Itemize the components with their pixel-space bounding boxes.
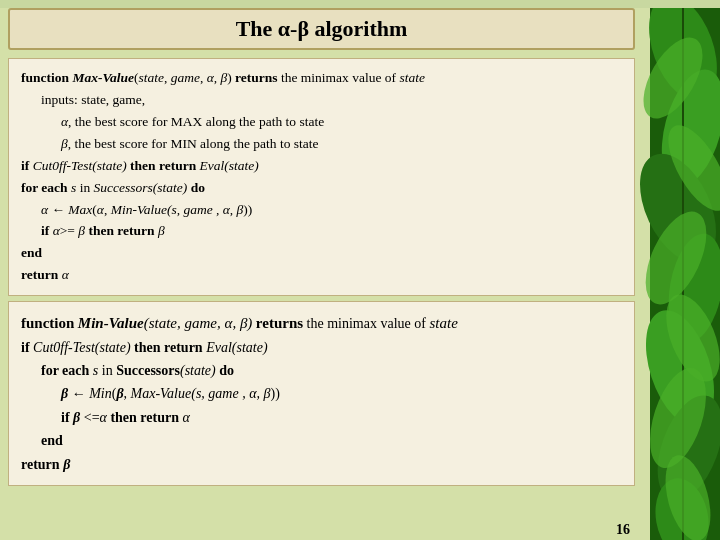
foreach-line-bottom: for each s in Successors(state) do [41, 360, 622, 382]
beta-description: β, the best score for MIN along the path… [61, 134, 622, 155]
foreach-line-top: for each s in Successors(state) do [21, 178, 622, 199]
if-beta-line: if β <=α then return α [61, 407, 622, 429]
end-label-top: end [21, 243, 622, 264]
end-label-bottom: end [41, 430, 622, 452]
min-func-signature: function Min-Value(state, game, α, β) re… [21, 311, 622, 335]
title-bar: The α-β algorithm [8, 8, 635, 50]
if-alpha-line: if α>= β then return β [41, 221, 622, 242]
plant-decoration [638, 8, 720, 540]
cutoff-line-top: if Cut0ff-Test(state) then return Eval(s… [21, 156, 622, 177]
return-alpha: return α [21, 265, 622, 286]
beta-update: β ← Min(β, Max-Value(s, game , α, β)) [61, 383, 622, 405]
bottom-panel: function Min-Value(state, game, α, β) re… [8, 301, 635, 486]
alpha-description: α, the best score for MAX along the path… [61, 112, 622, 133]
max-func-signature: function Max-Value(state, game, α, β) re… [21, 68, 622, 89]
slide-container: The α-β algorithm function Max-Value(sta… [0, 8, 720, 540]
slide-title: The α-β algorithm [25, 16, 618, 42]
cutoff-line-bottom: if Cut0ff-Test(state) then return Eval(s… [21, 337, 622, 359]
alpha-update: α ← Max(α, Min-Value(s, game , α, β)) [41, 200, 622, 221]
inputs-label: inputs: state, game, [41, 90, 622, 111]
return-beta: return β [21, 454, 622, 476]
page-number: 16 [616, 522, 630, 538]
top-panel: function Max-Value(state, game, α, β) re… [8, 58, 635, 296]
